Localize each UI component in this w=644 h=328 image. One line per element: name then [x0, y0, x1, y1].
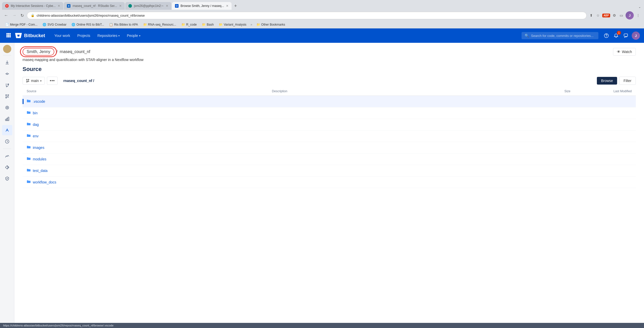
- bookmark-icon: 📄: [5, 23, 9, 26]
- bookmark-rcode[interactable]: 📁 R_code: [179, 22, 199, 27]
- watch-button[interactable]: 👁 Watch: [613, 48, 636, 56]
- branch-selector-button[interactable]: main ▾: [23, 77, 45, 85]
- folder-icon: [27, 157, 31, 162]
- bookmark-button[interactable]: ☆: [595, 13, 601, 18]
- bookmark-variant[interactable]: 📁 Variant_Analysis: [217, 22, 248, 27]
- tab-close-4[interactable]: ✕: [226, 4, 228, 8]
- file-cell-modified: [575, 119, 636, 130]
- nav-logo[interactable]: Bitbucket: [15, 32, 45, 39]
- file-cell-source: test_data: [23, 165, 268, 177]
- breadcrumb-repo[interactable]: rnaseq_count_nf: [60, 49, 90, 54]
- breadcrumb-owner[interactable]: Smith, Jenny: [23, 48, 54, 56]
- bookmark-rnaseq[interactable]: 📁 RNA-seq_Resourc...: [141, 22, 178, 27]
- bookmark-other[interactable]: 📁 Other Bookmarks: [254, 22, 287, 27]
- bookmark-bash[interactable]: 📁 Bash: [200, 22, 216, 27]
- folder-icon: [27, 122, 31, 127]
- nav-people[interactable]: People ▾: [124, 32, 143, 40]
- new-tab-button[interactable]: +: [232, 2, 239, 10]
- repo-header: Smith, Jenny / rnaseq_count_nf 👁 Watch: [14, 43, 644, 56]
- file-cell-source: workflow_docs: [23, 177, 268, 188]
- notification-button[interactable]: 1: [612, 32, 620, 39]
- forward-button[interactable]: →: [11, 12, 17, 19]
- nav-your-work[interactable]: Your work: [51, 32, 73, 40]
- source-section: Source main ▾: [14, 66, 644, 188]
- file-table-body: .vscode bin dag: [23, 96, 636, 188]
- more-options-button[interactable]: •••: [47, 77, 58, 85]
- nav-repositories[interactable]: Repositories ▾: [94, 32, 123, 40]
- share-button[interactable]: ⬆: [589, 13, 594, 18]
- browse-button[interactable]: Browse: [597, 77, 617, 85]
- file-link[interactable]: dag: [27, 122, 264, 127]
- nav-search[interactable]: 🔍 Search for code, commits or repositori…: [522, 32, 598, 39]
- address-bar[interactable]: 🔒 childrens-atlassian/bitbucket/users/js…: [27, 12, 587, 19]
- status-url: https://childrens-atlassian/bitbucket/us…: [3, 324, 113, 327]
- tab-close-2[interactable]: ✕: [119, 4, 122, 8]
- bookmark-globe-icon: 🌐: [43, 23, 46, 26]
- sidebar-item-source[interactable]: [2, 125, 12, 135]
- user-avatar-nav[interactable]: J: [632, 32, 640, 40]
- nav-projects[interactable]: Projects: [74, 32, 94, 40]
- tab-close-1[interactable]: ✕: [58, 4, 60, 8]
- reload-button[interactable]: ↻: [19, 12, 25, 19]
- filter-button[interactable]: Filter: [619, 77, 636, 85]
- sidebar-user-avatar[interactable]: [3, 45, 11, 53]
- tab-2[interactable]: R rnaseq_count_nf · RStudio Ser... ✕: [64, 2, 124, 10]
- bookmark-folder1-icon: 📁: [143, 23, 147, 26]
- sidebar-item-commits-detail[interactable]: [2, 136, 12, 147]
- tab-4[interactable]: Browse Smith, Jenny / rnaseq... ✕: [172, 2, 232, 10]
- bookmark-svg-crowbar[interactable]: 🌐 SVG Crowbar: [40, 22, 68, 27]
- bookmark-ris-bibt[interactable]: 🌐 Online RIS to BibT...: [69, 22, 106, 27]
- address-text: childrens-atlassian/bitbucket/users/jsmi…: [37, 14, 583, 17]
- abp-badge: ABP: [602, 14, 610, 17]
- eye-icon: 👁: [617, 50, 620, 54]
- svg-rect-1: [6, 33, 8, 34]
- tab-title-1: My Interactive Sessions - Cybe...: [11, 4, 56, 8]
- bookmarks-bar: 📄 Merge PDF - Com... 🌐 SVG Crowbar 🌐 Onl…: [0, 21, 644, 28]
- file-link[interactable]: test_data: [27, 168, 264, 173]
- bookmark-ris-bibtex[interactable]: 📋 Ris Bibtex to APA: [107, 22, 140, 27]
- folder-icon: [27, 110, 31, 116]
- svg-rect-19: [7, 118, 8, 121]
- browser-avatar[interactable]: J: [626, 11, 634, 19]
- sidebar-item-jira[interactable]: [2, 162, 12, 172]
- sidebar-item-pipelines[interactable]: [2, 102, 12, 113]
- sidebar-item-security[interactable]: [2, 173, 12, 184]
- chat-button[interactable]: [622, 32, 630, 39]
- tab-1[interactable]: My Interactive Sessions - Cybe... ✕: [2, 2, 63, 10]
- table-row: .vscode: [23, 96, 636, 107]
- minimize-window-button[interactable]: ⌄: [637, 4, 642, 10]
- file-link[interactable]: env: [27, 134, 264, 139]
- sidebar-item-download[interactable]: [2, 57, 12, 68]
- sidebar-item-pull-requests[interactable]: [2, 91, 12, 101]
- menu-button[interactable]: ⋮: [635, 13, 641, 18]
- help-button[interactable]: [603, 32, 610, 39]
- back-button[interactable]: ←: [3, 12, 9, 19]
- col-header-last-modified: Last Modified: [575, 87, 636, 96]
- file-link[interactable]: bin: [27, 110, 264, 116]
- file-link[interactable]: workflow_docs: [27, 180, 264, 185]
- tab-close-3[interactable]: ✕: [166, 4, 168, 8]
- file-link[interactable]: images: [27, 145, 264, 150]
- file-link[interactable]: .vscode: [27, 99, 45, 104]
- svg-point-16: [6, 106, 9, 109]
- file-link[interactable]: modules: [27, 157, 264, 162]
- sidebar-item-insights[interactable]: [2, 151, 12, 161]
- file-table: Source Description Size Last Modified: [23, 87, 636, 188]
- sidebar-divider-1: [3, 55, 11, 55]
- svg-point-15: [8, 95, 9, 96]
- cast-button[interactable]: ▭: [619, 13, 624, 18]
- grid-menu-button[interactable]: [4, 31, 13, 41]
- bookmark-merge-pdf[interactable]: 📄 Merge PDF - Com...: [3, 22, 39, 27]
- svg-point-17: [6, 107, 8, 108]
- table-row: workflow_docs: [23, 177, 636, 188]
- table-row: modules: [23, 153, 636, 165]
- svg-rect-20: [8, 117, 9, 121]
- sidebar-item-deployments[interactable]: [2, 114, 12, 124]
- tab-3[interactable]: jsmi26@pplhpc1ln2:~ ✕: [125, 2, 171, 10]
- sidebar-item-commits[interactable]: [2, 69, 12, 79]
- extensions-button[interactable]: ⚙: [612, 13, 617, 18]
- lock-icon: 🔒: [31, 14, 35, 17]
- tab-favicon-4: [175, 4, 179, 8]
- address-actions: ⬆ ☆ ABP ⚙ ▭ J ⋮: [589, 11, 641, 19]
- sidebar-item-branches[interactable]: [2, 80, 12, 90]
